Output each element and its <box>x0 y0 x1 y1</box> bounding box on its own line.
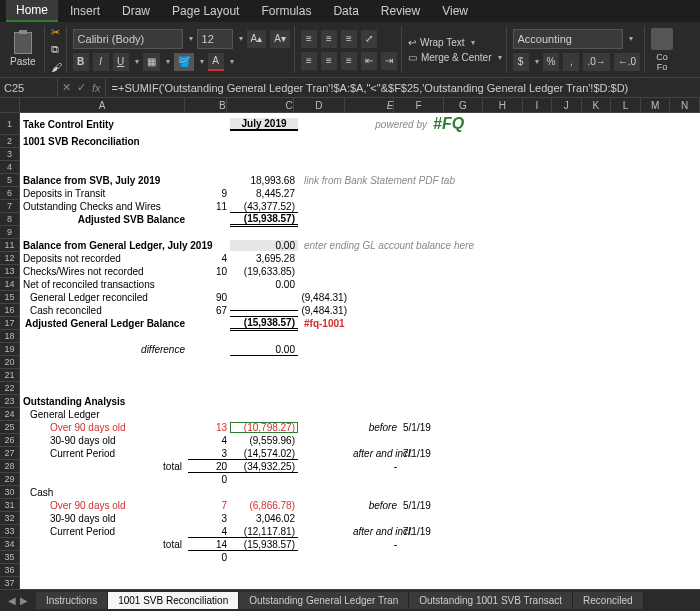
cell[interactable]: Outstanding Checks and Wires <box>20 201 188 212</box>
ribbon-tab-draw[interactable]: Draw <box>112 1 160 21</box>
cell[interactable]: 3,695.28 <box>230 253 298 264</box>
row-header[interactable]: 12 <box>0 252 19 265</box>
format-painter-icon[interactable]: 🖌 <box>51 61 62 73</box>
row-header[interactable]: 8 <box>0 213 19 226</box>
cell[interactable]: Current Period <box>20 448 188 459</box>
cell[interactable]: (12,117.81) <box>230 526 298 538</box>
cut-icon[interactable]: ✂ <box>51 26 62 39</box>
cell[interactable]: (15,938.57) <box>230 316 298 331</box>
cell[interactable]: 13 <box>188 422 230 433</box>
row-header[interactable]: 7 <box>0 200 19 213</box>
increase-decimal-button[interactable]: .0→ <box>583 53 609 71</box>
row-header[interactable]: 19 <box>0 343 19 356</box>
cell[interactable]: after and incl. <box>350 448 400 459</box>
cell[interactable]: 0 <box>188 552 230 563</box>
row-header[interactable]: 9 <box>0 226 19 239</box>
column-header[interactable]: B <box>185 98 226 113</box>
cell[interactable]: (19,633.85) <box>230 266 298 277</box>
bold-button[interactable]: B <box>73 53 89 71</box>
cell[interactable]: 20 <box>188 461 230 473</box>
font-name-select[interactable] <box>73 29 183 49</box>
row-header[interactable]: 37 <box>0 577 19 589</box>
cell[interactable]: 4 <box>188 435 230 446</box>
cell[interactable]: enter ending GL account balance here <box>298 240 477 251</box>
cell[interactable]: Balance from General Ledger, July 2019 <box>20 240 188 251</box>
align-bottom-button[interactable]: ≡ <box>341 30 357 48</box>
underline-button[interactable]: U <box>113 53 129 71</box>
cell[interactable]: Deposits in Transit <box>20 188 188 199</box>
cell[interactable]: Adjusted General Ledger Balance <box>20 318 188 329</box>
cell[interactable]: Adjusted SVB Balance <box>20 214 188 225</box>
cell[interactable]: Over 90 days old <box>20 500 188 511</box>
row-header[interactable]: 21 <box>0 369 19 382</box>
row-header[interactable]: 11 <box>0 239 19 252</box>
wrap-text-button[interactable]: Wrap Text <box>420 37 465 48</box>
increase-font-button[interactable]: A▴ <box>247 30 267 48</box>
cell[interactable]: Cash reconciled <box>20 305 188 316</box>
sheet-tab-outstanding-gl[interactable]: Outstanding General Ledger Tran <box>239 592 409 609</box>
row-header[interactable]: 33 <box>0 525 19 538</box>
column-header[interactable]: E <box>345 98 394 113</box>
cell[interactable]: 67 <box>188 305 230 316</box>
cell[interactable]: 7/1/19 <box>400 526 450 537</box>
cell[interactable]: 7 <box>188 500 230 511</box>
cell[interactable]: Checks/Wires not recorded <box>20 266 188 277</box>
column-header[interactable]: A <box>20 98 186 113</box>
cell[interactable]: General Ledger <box>20 409 188 420</box>
cell[interactable]: July 2019 <box>230 118 298 131</box>
cell[interactable]: Outstanding Analysis <box>20 396 188 407</box>
cell[interactable]: Current Period <box>20 526 188 537</box>
number-format-select[interactable] <box>513 29 623 49</box>
cell[interactable]: 30-90 days old <box>20 513 188 524</box>
copy-icon[interactable]: ⧉ <box>51 43 62 56</box>
row-header[interactable]: 15 <box>0 291 19 304</box>
column-header[interactable]: J <box>552 98 582 113</box>
cell[interactable]: link from Bank Statement PDF tab <box>298 175 458 186</box>
cell[interactable]: 4 <box>188 253 230 264</box>
accept-formula-icon[interactable]: ✓ <box>77 81 86 94</box>
chevron-down-icon[interactable]: ▾ <box>629 34 633 43</box>
align-top-button[interactable]: ≡ <box>301 30 317 48</box>
cell[interactable]: difference <box>20 344 188 355</box>
cell[interactable]: 4 <box>188 526 230 538</box>
row-header[interactable]: 29 <box>0 473 19 486</box>
cell[interactable]: - <box>350 461 400 472</box>
increase-indent-button[interactable]: ⇥ <box>381 52 397 70</box>
cell[interactable]: total <box>20 539 188 550</box>
row-header[interactable]: 6 <box>0 187 19 200</box>
comma-button[interactable]: , <box>563 53 579 71</box>
column-header[interactable]: H <box>483 98 522 113</box>
column-header[interactable]: G <box>444 98 483 113</box>
cell[interactable]: 7/1/19 <box>400 448 450 459</box>
column-header[interactable]: L <box>611 98 641 113</box>
cell[interactable]: (15,938.57) <box>230 212 298 227</box>
column-header[interactable]: K <box>582 98 612 113</box>
row-header[interactable]: 28 <box>0 460 19 473</box>
cell[interactable]: General Ledger reconciled <box>20 292 188 303</box>
ribbon-tab-data[interactable]: Data <box>323 1 368 21</box>
column-header[interactable]: F <box>394 98 443 113</box>
paste-button[interactable]: Paste <box>6 30 40 69</box>
conditional-formatting-button[interactable]: Co Fo <box>647 26 677 73</box>
align-right-button[interactable]: ≡ <box>341 52 357 70</box>
tab-nav-next-icon[interactable]: ▶ <box>20 595 28 606</box>
cell[interactable]: powered by <box>350 119 430 130</box>
chevron-down-icon[interactable]: ▾ <box>239 34 243 43</box>
row-header[interactable]: 27 <box>0 447 19 460</box>
row-header[interactable]: 14 <box>0 278 19 291</box>
chevron-down-icon[interactable]: ▾ <box>189 34 193 43</box>
column-header[interactable]: C <box>227 98 294 113</box>
row-header[interactable]: 24 <box>0 408 19 421</box>
align-middle-button[interactable]: ≡ <box>321 30 337 48</box>
cell[interactable]: Deposits not recorded <box>20 253 188 264</box>
row-header[interactable]: 17 <box>0 317 19 330</box>
row-header[interactable]: 4 <box>0 161 19 174</box>
cell[interactable]: (34,932.25) <box>230 461 298 473</box>
column-header[interactable]: D <box>294 98 345 113</box>
cell[interactable]: (6,866.78) <box>230 500 298 511</box>
cell[interactable]: 1001 SVB Reconciliation <box>20 136 188 147</box>
ribbon-tab-insert[interactable]: Insert <box>60 1 110 21</box>
cell[interactable]: 3 <box>188 513 230 524</box>
row-header[interactable]: 32 <box>0 512 19 525</box>
fx-icon[interactable]: fx <box>92 82 101 94</box>
